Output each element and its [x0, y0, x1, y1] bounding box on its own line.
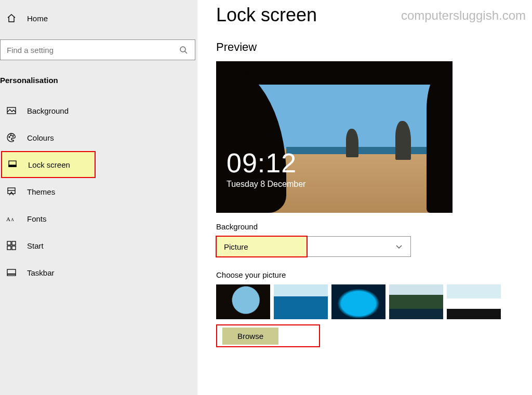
thumbnail-cave-beach[interactable] — [216, 284, 270, 319]
home-icon — [6, 13, 17, 23]
lock-clock: 09:12 Tuesday 8 December — [227, 149, 305, 189]
svg-point-0 — [180, 47, 185, 52]
choose-picture-label: Choose your picture — [216, 270, 526, 279]
fonts-icon: A A — [6, 213, 17, 224]
sidebar-item-label: Start — [27, 241, 44, 250]
svg-rect-13 — [7, 246, 11, 250]
svg-rect-15 — [7, 269, 16, 276]
browse-container: Browse — [216, 324, 320, 347]
sidebar-item-lock-screen[interactable]: Lock screen — [1, 151, 96, 178]
svg-rect-12 — [12, 241, 16, 245]
svg-point-4 — [10, 135, 11, 136]
sidebar-item-label: Colours — [27, 133, 54, 142]
preview-rock — [395, 121, 411, 160]
preview-cave — [427, 61, 453, 213]
dropdown-value: Picture — [224, 242, 248, 251]
sidebar-item-colours[interactable]: Colours — [0, 124, 197, 151]
search-icon — [178, 45, 189, 55]
main-panel: computersluggish.com Lock screen Preview… — [197, 0, 532, 395]
lockscreen-icon — [7, 159, 18, 170]
lock-time-text: 09:12 — [227, 149, 305, 176]
search-container — [0, 39, 197, 60]
thumbnail-misty-hill[interactable] — [447, 284, 501, 319]
thumbnail-ocean-surface[interactable] — [274, 284, 328, 319]
sidebar-item-label: Themes — [27, 187, 55, 196]
image-icon — [6, 105, 17, 116]
svg-text:A: A — [6, 216, 10, 222]
sidebar-item-start[interactable]: Start — [0, 232, 197, 259]
thumbnail-mountain-lake[interactable] — [389, 284, 443, 319]
browse-button[interactable]: Browse — [222, 328, 278, 345]
lock-screen-preview: 09:12 Tuesday 8 December — [216, 61, 453, 213]
chevron-down-icon — [394, 241, 404, 252]
sidebar-item-background[interactable]: Background — [0, 97, 197, 124]
palette-icon — [6, 132, 17, 143]
lock-date-text: Tuesday 8 December — [227, 180, 305, 189]
themes-icon — [6, 186, 17, 197]
start-icon — [6, 240, 17, 251]
svg-point-5 — [12, 135, 14, 137]
sidebar-item-themes[interactable]: Themes — [0, 178, 197, 205]
home-nav[interactable]: Home — [0, 6, 197, 30]
sidebar-item-fonts[interactable]: A A Fonts — [0, 205, 197, 232]
settings-search[interactable] — [0, 39, 195, 60]
background-label: Background — [216, 222, 526, 231]
taskbar-icon — [6, 267, 17, 278]
preview-heading: Preview — [216, 40, 526, 54]
svg-line-1 — [185, 51, 187, 53]
category-heading: Personalisation — [0, 76, 197, 97]
sidebar-item-taskbar[interactable]: Taskbar — [0, 259, 197, 286]
svg-text:A: A — [11, 217, 14, 222]
sidebar-item-label: Fonts — [27, 214, 47, 223]
settings-sidebar: Home Personalisation Background — [0, 0, 197, 395]
svg-point-3 — [9, 137, 10, 138]
highlight-overlay: Picture — [216, 236, 308, 257]
browse-button-label: Browse — [237, 332, 263, 340]
preview-rock — [346, 129, 358, 157]
sidebar-item-label: Lock screen — [28, 160, 70, 169]
background-dropdown[interactable]: Picture — [216, 236, 411, 257]
svg-rect-11 — [7, 241, 11, 245]
thumbnail-ice-cave[interactable] — [331, 284, 385, 319]
watermark-text: computersluggish.com — [401, 8, 526, 23]
svg-rect-7 — [9, 165, 16, 167]
home-label: Home — [27, 14, 48, 23]
sidebar-item-label: Background — [27, 106, 69, 115]
picture-thumbnails — [216, 284, 526, 319]
search-input[interactable] — [7, 46, 163, 55]
svg-rect-14 — [12, 246, 16, 250]
sidebar-item-label: Taskbar — [27, 268, 55, 277]
nav-list: Background Colours Lock screen — [0, 97, 197, 286]
